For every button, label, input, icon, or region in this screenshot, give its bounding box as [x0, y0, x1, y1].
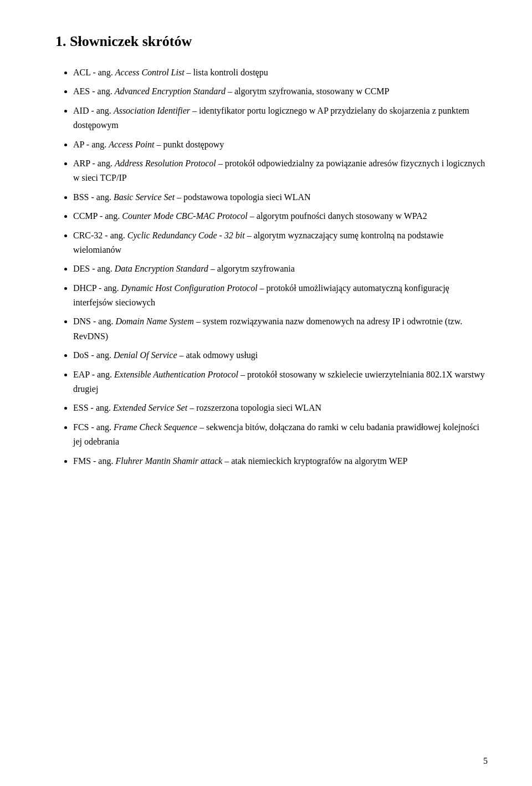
abbr-rest: – atak niemieckich kryptografów na algor… [222, 456, 407, 466]
abbr-prefix: FMS - ang. [73, 456, 115, 466]
list-item: BSS - ang. Basic Service Set – podstawow… [73, 190, 488, 205]
abbr-italic: Fluhrer Mantin Shamir attack [115, 456, 222, 466]
abbr-italic: Address Resolution Protocol [115, 159, 216, 168]
abbr-prefix: EAP - ang. [73, 370, 114, 379]
abbr-italic: Cyclic Redundancy Code - 32 bit [127, 231, 245, 240]
abbr-prefix: ARP - ang. [73, 159, 115, 168]
abbr-prefix: DHCP - ang. [73, 283, 121, 293]
abbr-prefix: BSS - ang. [73, 192, 114, 202]
abbr-italic: Domain Name System [115, 317, 193, 326]
abbr-rest: – algorytm poufności danych stosowany w … [248, 211, 427, 221]
list-item: FMS - ang. Fluhrer Mantin Shamir attack … [73, 454, 488, 468]
abbr-italic: Advanced Encryption Standard [115, 86, 226, 96]
abbr-italic: Basic Service Set [114, 192, 175, 202]
abbr-prefix: ESS - ang. [73, 403, 113, 412]
abbr-italic: Dynamic Host Configuration Protocol [121, 283, 258, 293]
abbr-italic: Access Point [109, 140, 154, 149]
list-item: ESS - ang. Extended Service Set – rozsze… [73, 401, 488, 415]
list-item: FCS - ang. Frame Check Sequence – sekwen… [73, 420, 488, 450]
abbr-italic: Extensible Authentication Protocol [114, 370, 238, 379]
abbr-prefix: CRC-32 - ang. [73, 231, 127, 240]
list-item: AID - ang. Association Identifier – iden… [73, 104, 488, 133]
abbr-italic: Access Control List [115, 68, 185, 77]
abbreviations-list: ACL - ang. Access Control List – lista k… [73, 65, 488, 468]
section-title: 1. Słowniczek skrótów [55, 33, 488, 50]
list-item: ACL - ang. Access Control List – lista k… [73, 65, 488, 80]
abbr-prefix: CCMP - ang. [73, 211, 122, 221]
list-item: DNS - ang. Domain Name System – system r… [73, 314, 488, 344]
list-item: EAP - ang. Extensible Authentication Pro… [73, 368, 488, 397]
list-item: ARP - ang. Address Resolution Protocol –… [73, 156, 488, 186]
abbr-italic: Denial Of Service [114, 350, 177, 360]
abbr-italic: Association Identifier [114, 106, 190, 115]
abbr-prefix: DES - ang. [73, 264, 115, 273]
page-number: 5 [483, 756, 488, 766]
abbr-rest: – lista kontroli dostępu [185, 68, 268, 77]
abbr-prefix: AID - ang. [73, 106, 114, 115]
list-item: AES - ang. Advanced Encryption Standard … [73, 84, 488, 99]
abbr-italic: Data Encryption Standard [115, 264, 208, 273]
list-item: AP - ang. Access Point – punkt dostępowy [73, 137, 488, 152]
abbr-rest: – atak odmowy usługi [177, 350, 258, 360]
list-item: CRC-32 - ang. Cyclic Redundancy Code - 3… [73, 228, 488, 258]
abbr-rest: – punkt dostępowy [155, 140, 224, 149]
abbr-prefix: AES - ang. [73, 86, 115, 96]
abbr-italic: Counter Mode CBC-MAC Protocol [122, 211, 248, 221]
list-item: DoS - ang. Denial Of Service – atak odmo… [73, 348, 488, 363]
abbr-rest: – podstawowa topologia sieci WLAN [175, 192, 310, 202]
abbr-rest: – algorytm szyfrowania, stosowany w CCMP [226, 86, 390, 96]
abbr-italic: Frame Check Sequence [114, 422, 197, 432]
abbr-rest: – algorytm szyfrowania [208, 264, 295, 273]
list-item: DES - ang. Data Encryption Standard – al… [73, 262, 488, 276]
abbr-prefix: ACL - ang. [73, 68, 115, 77]
abbr-prefix: DoS - ang. [73, 350, 114, 360]
list-item: DHCP - ang. Dynamic Host Configuration P… [73, 281, 488, 310]
list-item: CCMP - ang. Counter Mode CBC-MAC Protoco… [73, 209, 488, 223]
abbr-prefix: AP - ang. [73, 140, 109, 149]
abbr-prefix: DNS - ang. [73, 317, 115, 326]
abbr-rest: – rozszerzona topologia sieci WLAN [187, 403, 321, 412]
abbr-prefix: FCS - ang. [73, 422, 114, 432]
abbr-italic: Extended Service Set [113, 403, 187, 412]
